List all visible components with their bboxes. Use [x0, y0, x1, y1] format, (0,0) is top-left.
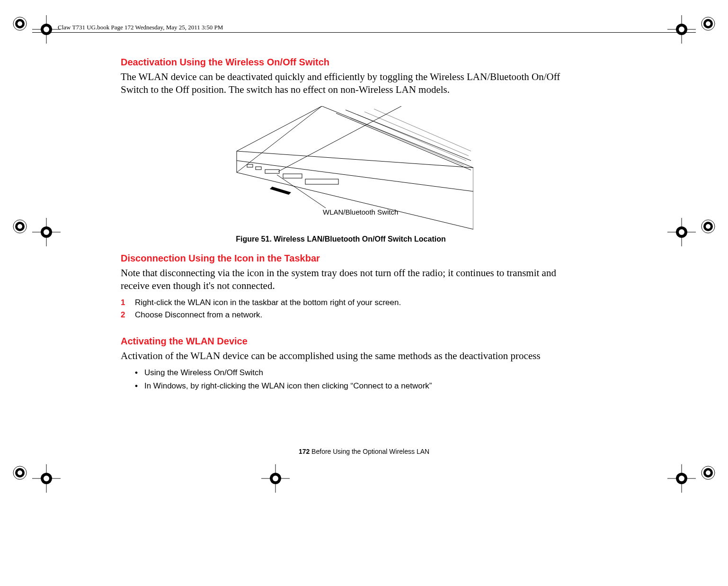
numbered-steps: 1 Right-click the WLAN icon in the taskb… [121, 298, 561, 320]
svg-point-9 [706, 21, 710, 26]
laptop-illustration: WLAN/Bluetooth Switch [208, 106, 473, 234]
bullet-text: In Windows, by right-clicking the WLAN i… [144, 381, 432, 391]
step-text: Right-click the WLAN icon in the taskbar… [135, 298, 401, 307]
svg-point-41 [706, 470, 710, 475]
section-heading: Activating the WLAN Device [121, 336, 561, 347]
svg-point-20 [44, 229, 49, 235]
svg-point-34 [44, 476, 49, 481]
crop-mark-icon [11, 464, 28, 481]
switch-callout-label: WLAN/Bluetooth Switch [323, 208, 398, 216]
step-number: 2 [121, 310, 127, 320]
svg-point-6 [44, 27, 49, 32]
crop-mark-icon [261, 464, 290, 493]
crop-mark-icon [32, 464, 61, 493]
body-paragraph: The WLAN device can be deactivated quick… [121, 71, 561, 97]
step-item: 2 Choose Disconnect from a network. [121, 310, 561, 320]
rule-line [32, 32, 696, 33]
bullet-icon: • [135, 368, 138, 378]
page-content: Deactivation Using the Wireless On/Off S… [121, 57, 561, 395]
crop-mark-icon [11, 218, 28, 235]
svg-point-45 [679, 476, 684, 481]
step-text: Choose Disconnect from a network. [135, 310, 262, 320]
crop-mark-icon [11, 15, 28, 32]
page-number: 172 [299, 448, 310, 455]
section-heading: Deactivation Using the Wireless On/Off S… [121, 57, 561, 68]
crop-mark-icon [667, 15, 696, 44]
running-head: Claw T731 UG.book Page 172 Wednesday, Ma… [58, 24, 223, 31]
svg-point-38 [273, 476, 278, 481]
footer-section-title: Before Using the Optional Wireless LAN [310, 448, 429, 455]
figure: WLAN/Bluetooth Switch Figure 51. Wireles… [121, 106, 561, 243]
crop-mark-icon [700, 15, 717, 32]
svg-point-27 [679, 229, 684, 235]
figure-caption: Figure 51. Wireless LAN/Bluetooth On/Off… [121, 235, 561, 243]
svg-point-2 [18, 21, 22, 26]
crop-mark-icon [667, 464, 696, 493]
step-item: 1 Right-click the WLAN icon in the taskb… [121, 298, 561, 307]
svg-point-16 [18, 224, 22, 229]
body-paragraph: Note that disconnecting via the icon in … [121, 267, 561, 293]
svg-point-13 [679, 27, 684, 32]
svg-marker-61 [270, 187, 291, 195]
bullet-text: Using the Wireless On/Off Switch [144, 368, 263, 378]
crop-mark-icon [32, 218, 61, 246]
bullet-list: • Using the Wireless On/Off Switch • In … [135, 368, 561, 391]
step-number: 1 [121, 298, 127, 307]
svg-point-23 [706, 224, 710, 229]
bullet-icon: • [135, 381, 138, 391]
svg-point-30 [18, 470, 22, 475]
crop-mark-icon [700, 218, 717, 235]
crop-mark-icon [667, 218, 696, 246]
page-footer: 172 Before Using the Optional Wireless L… [0, 448, 728, 455]
bullet-item: • Using the Wireless On/Off Switch [135, 368, 561, 378]
body-paragraph: Activation of the WLAN device can be acc… [121, 350, 561, 362]
crop-mark-icon [32, 15, 61, 44]
section-heading: Disconnection Using the Icon in the Task… [121, 253, 561, 264]
crop-mark-icon [700, 464, 717, 481]
bullet-item: • In Windows, by right-clicking the WLAN… [135, 381, 561, 391]
